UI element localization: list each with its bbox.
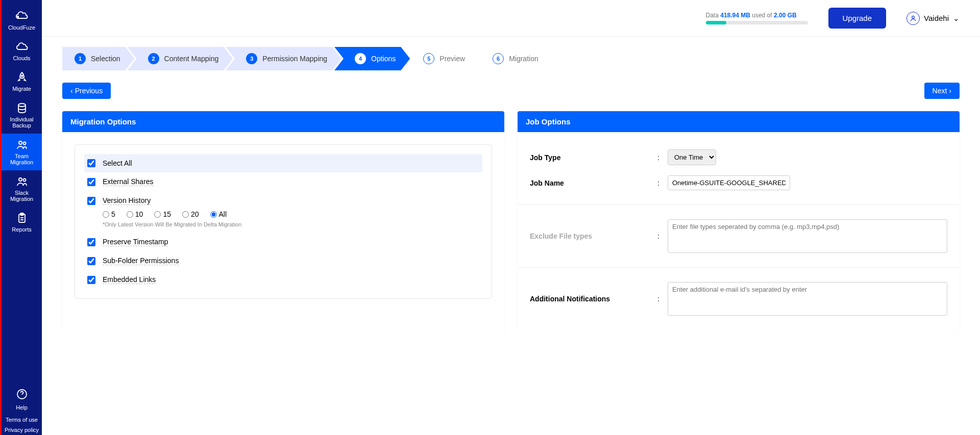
- step-migration[interactable]: 6 Migration: [472, 47, 553, 70]
- preserve-timestamp-label: Preserve Timestamp: [103, 238, 168, 246]
- svg-point-4: [19, 178, 22, 181]
- job-type-row: Job Type : One Time: [530, 144, 947, 170]
- select-all-row: Select All: [84, 154, 482, 172]
- sidebar-item-team-migration[interactable]: Team Migration: [2, 134, 42, 170]
- step-label: Content Mapping: [164, 55, 219, 63]
- job-options-title: Job Options: [518, 111, 960, 132]
- job-options-panel: Job Options Job Type : One Time Job Name…: [518, 111, 960, 333]
- sub-folder-permissions-row: Sub-Folder Permissions: [84, 251, 482, 270]
- version-history-note: *Only Latest Version Will Be Migrated In…: [84, 218, 482, 233]
- sidebar-item-clouds[interactable]: Clouds: [2, 36, 42, 66]
- job-name-input[interactable]: [668, 175, 790, 190]
- embedded-links-row: Embedded Links: [84, 270, 482, 289]
- vh-radio-15[interactable]: 15: [154, 210, 171, 218]
- exclude-label: Exclude File types: [530, 232, 657, 240]
- vh-radio-5[interactable]: 5: [103, 210, 115, 218]
- step-label: Selection: [91, 55, 120, 63]
- data-total-value: 2.00 GB: [774, 12, 797, 19]
- chevron-right-icon: ›: [949, 87, 951, 95]
- chevron-left-icon: ‹: [70, 87, 73, 95]
- sidebar-logo[interactable]: CloudFuze: [2, 5, 42, 36]
- user-menu[interactable]: Vaidehi ⌄: [906, 12, 960, 25]
- svg-point-0: [21, 75, 22, 77]
- svg-point-1: [18, 104, 26, 107]
- exclude-filetypes-row: Exclude File types :: [530, 214, 947, 258]
- step-options[interactable]: 4 Options: [334, 47, 410, 70]
- database-icon: [16, 102, 28, 114]
- migration-options-title: Migration Options: [62, 111, 504, 132]
- preserve-timestamp-checkbox[interactable]: [87, 238, 95, 246]
- step-selection[interactable]: 1 Selection: [62, 47, 135, 70]
- sidebar-item-label: Clouds: [13, 55, 30, 61]
- stepper: 1 Selection 2 Content Mapping 3 Permissi…: [62, 47, 960, 70]
- users-icon: [16, 175, 28, 188]
- sidebar-terms[interactable]: Terms of use: [2, 415, 42, 425]
- sidebar-item-reports[interactable]: Reports: [2, 207, 42, 238]
- sidebar-help-label: Help: [16, 402, 28, 413]
- svg-point-5: [23, 179, 26, 182]
- version-history-options: 5 10 15 20 All: [84, 210, 482, 218]
- version-history-row: Version History: [84, 191, 482, 210]
- job-type-select[interactable]: One Time: [668, 149, 716, 165]
- external-shares-checkbox[interactable]: [87, 178, 95, 186]
- step-label: Permission Mapping: [262, 55, 327, 63]
- vh-radio-10[interactable]: 10: [127, 210, 143, 218]
- version-history-checkbox[interactable]: [87, 197, 95, 205]
- preserve-timestamp-row: Preserve Timestamp: [84, 233, 482, 251]
- data-progress: [706, 21, 808, 24]
- sidebar-item-label: Individual Backup: [4, 116, 40, 129]
- job-name-label: Job Name: [530, 179, 657, 187]
- sidebar-item-label: Team Migration: [4, 153, 40, 165]
- sub-folder-permissions-label: Sub-Folder Permissions: [103, 257, 179, 265]
- previous-button[interactable]: ‹ Previous: [62, 83, 111, 99]
- svg-point-3: [23, 142, 26, 145]
- chevron-down-icon: ⌄: [953, 14, 960, 23]
- select-all-label: Select All: [103, 159, 132, 167]
- svg-point-2: [19, 141, 22, 144]
- user-name: Vaidehi: [924, 14, 949, 22]
- external-shares-row: External Shares: [84, 172, 482, 191]
- data-middle: used of: [752, 12, 774, 19]
- cloud-icon: [16, 41, 28, 53]
- help-icon: [16, 388, 28, 400]
- notifications-input[interactable]: [668, 282, 947, 316]
- job-type-label: Job Type: [530, 153, 657, 162]
- step-content-mapping[interactable]: 2 Content Mapping: [128, 47, 233, 70]
- data-prefix: Data: [706, 12, 721, 19]
- data-used-value: 418.94 MB: [720, 12, 750, 19]
- sidebar-logo-label: CloudFuze: [8, 24, 35, 31]
- sidebar-item-help[interactable]: Help: [2, 386, 42, 415]
- nav-buttons: ‹ Previous Next ›: [62, 83, 960, 99]
- step-preview[interactable]: 5 Preview: [403, 47, 479, 70]
- sidebar-item-label: Migrate: [12, 86, 31, 92]
- embedded-links-checkbox[interactable]: [87, 276, 95, 284]
- svg-point-9: [912, 16, 915, 18]
- vh-radio-20[interactable]: 20: [182, 210, 199, 218]
- user-icon: [906, 12, 920, 25]
- notifications-label: Additional Notifications: [530, 295, 657, 303]
- step-permission-mapping[interactable]: 3 Permission Mapping: [226, 47, 341, 70]
- embedded-links-label: Embedded Links: [103, 275, 156, 284]
- version-history-label: Version History: [103, 196, 151, 205]
- step-label: Options: [371, 55, 396, 63]
- sidebar-item-migrate[interactable]: Migrate: [2, 66, 42, 97]
- notifications-row: Additional Notifications :: [530, 277, 947, 321]
- next-button[interactable]: Next ›: [924, 83, 960, 99]
- step-label: Migration: [509, 55, 538, 63]
- select-all-checkbox[interactable]: [87, 159, 95, 167]
- sub-folder-permissions-checkbox[interactable]: [87, 257, 95, 265]
- users-icon: [16, 139, 28, 151]
- migration-options-panel: Migration Options Select All External Sh…: [62, 111, 504, 333]
- sidebar: CloudFuze Clouds Migrate Individual Back…: [0, 0, 42, 435]
- clipboard-icon: [16, 212, 28, 224]
- rocket-icon: [16, 71, 28, 84]
- topbar: Data 418.94 MB used of 2.00 GB Upgrade V…: [42, 0, 980, 37]
- upgrade-button[interactable]: Upgrade: [828, 8, 887, 29]
- exclude-input[interactable]: [668, 219, 947, 253]
- job-name-row: Job Name :: [530, 170, 947, 195]
- external-shares-label: External Shares: [103, 177, 154, 186]
- sidebar-item-individual-backup[interactable]: Individual Backup: [2, 97, 42, 134]
- sidebar-privacy[interactable]: Privacy policy: [2, 425, 42, 435]
- sidebar-item-slack-migration[interactable]: Slack Migration: [2, 170, 42, 207]
- vh-radio-all[interactable]: All: [210, 210, 227, 218]
